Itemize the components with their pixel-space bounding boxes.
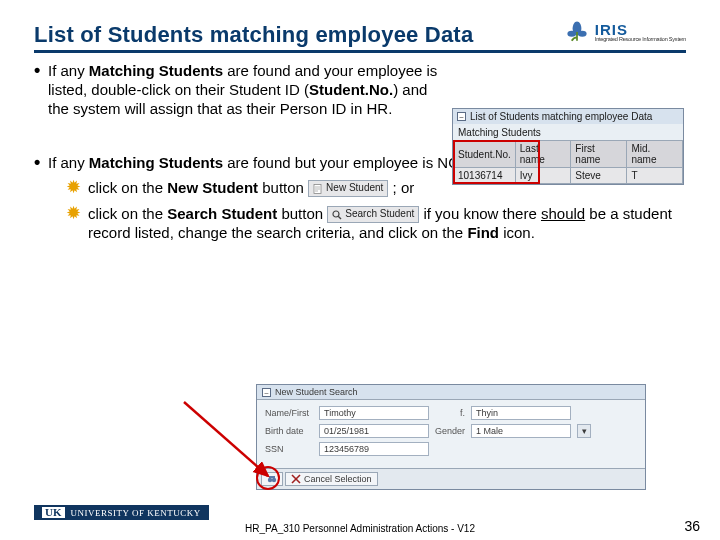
cancel-label: Cancel Selection xyxy=(304,474,372,484)
search-panel: – New Student Search Name/First Timothy … xyxy=(256,384,646,490)
s1-pre: click on the xyxy=(88,179,167,196)
svg-rect-7 xyxy=(269,476,275,478)
b1-bold1: Matching Students xyxy=(89,62,223,79)
label-gender: Gender xyxy=(435,426,465,436)
star-icon: ✹ xyxy=(66,204,88,243)
input-birthdate[interactable]: 01/25/1981 xyxy=(319,424,429,438)
svg-point-5 xyxy=(268,478,272,482)
svg-point-1 xyxy=(578,31,587,37)
s1-post: ; or xyxy=(393,179,415,196)
search-row: SSN 123456789 xyxy=(265,442,637,456)
s2-mid: button xyxy=(277,205,327,222)
input-gender[interactable]: 1 Male xyxy=(471,424,571,438)
label-f: f. xyxy=(435,408,465,418)
document-icon xyxy=(313,184,323,194)
search-student-btn-label: Search Student xyxy=(345,208,414,221)
label-name: Name/First xyxy=(265,408,313,418)
s2-b: Search Student xyxy=(167,205,277,222)
table-row[interactable]: 10136714 Ivy Steve T xyxy=(454,168,683,184)
s2-b2: Find xyxy=(467,224,499,241)
col-header: Student.No. xyxy=(454,141,516,168)
new-student-btn-label: New Student xyxy=(326,182,383,195)
input-ssn[interactable]: 123456789 xyxy=(319,442,429,456)
expand-icon: – xyxy=(262,388,271,397)
star-icon: ✹ xyxy=(66,178,88,198)
sub-bullet-search-student: ✹ click on the Search Student button Sea… xyxy=(66,204,686,243)
cancel-icon xyxy=(291,474,301,484)
label-ssn: SSN xyxy=(265,444,313,454)
label-birthdate: Birth date xyxy=(265,426,313,436)
search-panel-title: New Student Search xyxy=(275,387,358,397)
search-row: Name/First Timothy f. Thyin xyxy=(265,406,637,420)
s1-mid: button xyxy=(258,179,308,196)
col-header: Last name xyxy=(515,141,571,168)
input-firstname[interactable]: Timothy xyxy=(319,406,429,420)
binoculars-icon xyxy=(267,474,277,484)
slide-title: List of Students matching employee Data xyxy=(34,22,473,48)
s2-post-a: if you know there xyxy=(423,205,541,222)
mini-label: Matching Students xyxy=(453,124,683,140)
student-no-cell[interactable]: 10136714 xyxy=(454,168,516,184)
mini-titlebar: List of Students matching employee Data xyxy=(470,111,652,122)
b1-pre: If any xyxy=(48,62,89,79)
search-row: Birth date 01/25/1981 Gender 1 Male ▾ xyxy=(265,424,637,438)
s2-post-c: icon. xyxy=(499,224,535,241)
iris-flower-icon xyxy=(563,18,591,46)
footer-center: HR_PA_310 Personnel Administration Actio… xyxy=(245,523,475,534)
s1-b: New Student xyxy=(167,179,258,196)
last-name-cell: Ivy xyxy=(515,168,571,184)
cancel-selection-button[interactable]: Cancel Selection xyxy=(285,472,378,486)
svg-point-3 xyxy=(333,211,339,217)
iris-logo: IRIS Integrated Resource Information Sys… xyxy=(563,18,686,46)
svg-line-4 xyxy=(338,216,341,219)
search-icon xyxy=(332,210,342,220)
s2-pre: click on the xyxy=(88,205,167,222)
table-row: Student.No. Last name First name Mid. na… xyxy=(454,141,683,168)
dropdown-icon[interactable]: ▾ xyxy=(577,424,591,438)
b2-pre: If any xyxy=(48,154,89,171)
uk-shield-icon: UK xyxy=(42,507,65,518)
find-button[interactable] xyxy=(261,472,283,486)
iris-tagline: Integrated Resource Information System xyxy=(595,37,686,43)
svg-point-6 xyxy=(272,478,276,482)
matching-students-table: – List of Students matching employee Dat… xyxy=(452,108,684,185)
col-header: First name xyxy=(571,141,627,168)
mid-name-cell: T xyxy=(627,168,683,184)
svg-point-0 xyxy=(567,31,576,37)
b2-bold: Matching Students xyxy=(89,154,223,171)
page-number: 36 xyxy=(684,518,700,534)
b1-bold2: Student.No. xyxy=(309,81,393,98)
new-student-button[interactable]: New Student xyxy=(308,180,388,197)
search-student-button[interactable]: Search Student xyxy=(327,206,419,223)
s2-underline: should xyxy=(541,205,585,222)
uk-logo-bar: UK UNIVERSITY OF KENTUCKY xyxy=(34,505,209,520)
input-lastname[interactable]: Thyin xyxy=(471,406,571,420)
expand-icon: – xyxy=(457,112,466,121)
first-name-cell: Steve xyxy=(571,168,627,184)
uk-text: UNIVERSITY OF KENTUCKY xyxy=(71,508,201,518)
iris-brand-text: IRIS xyxy=(595,22,686,37)
col-header: Mid. name xyxy=(627,141,683,168)
